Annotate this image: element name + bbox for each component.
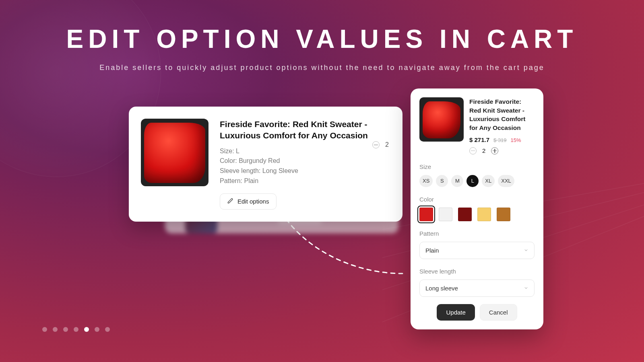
size-option-xl[interactable]: XL — [482, 175, 495, 187]
sleeve-label: Sleeve length — [419, 268, 535, 275]
attr-size-value: L — [236, 148, 239, 154]
qty-decrement-button[interactable] — [469, 147, 477, 154]
sleeve-select-value: Long sleeve — [425, 285, 458, 292]
attr-color-value: Burgundy Red — [239, 157, 280, 164]
size-label: Size — [419, 163, 535, 170]
size-option-m[interactable]: M — [451, 175, 463, 187]
carousel-dot[interactable] — [95, 327, 99, 332]
size-option-l[interactable]: L — [466, 175, 479, 187]
qty-decrement-icon[interactable] — [372, 141, 380, 148]
page-subtitle: Enable sellers to quickly adjust product… — [99, 64, 544, 72]
color-swatch[interactable] — [419, 208, 433, 221]
edit-options-label: Edit options — [237, 198, 269, 205]
size-option-xs[interactable]: XS — [419, 175, 433, 187]
pencil-icon — [227, 198, 233, 205]
update-button[interactable]: Update — [437, 304, 475, 321]
attr-size-label: Size: — [220, 148, 234, 154]
attr-sleeve-value: Long Sleeve — [262, 167, 298, 174]
page-title: EDIT OPTION VALUES IN CART — [66, 24, 578, 54]
color-swatch[interactable] — [439, 208, 452, 221]
product-title: Fireside Favorite: Red Knit Sweater - Lu… — [220, 119, 389, 142]
chevron-down-icon — [524, 285, 528, 292]
attr-pattern-value: Plain — [244, 177, 258, 184]
attr-pattern-label: Pattern: — [220, 177, 242, 184]
carousel-dot[interactable] — [74, 327, 78, 332]
cancel-button[interactable]: Cancel — [480, 304, 517, 321]
edit-options-button[interactable]: Edit options — [220, 193, 277, 210]
attr-color-label: Color: — [220, 157, 237, 164]
price-original: $ 319 — [493, 137, 507, 143]
chevron-down-icon — [524, 247, 528, 254]
price-current: $ 271.7 — [469, 136, 489, 143]
product-title: Fireside Favorite: Red Knit Sweater - Lu… — [469, 97, 535, 132]
color-swatch[interactable] — [477, 208, 491, 221]
pattern-label: Pattern — [419, 230, 535, 237]
color-label: Color — [419, 196, 535, 203]
product-attributes: Size: L Color: Burgundy Red Sleeve lengt… — [220, 146, 389, 186]
carousel-dot[interactable] — [42, 327, 47, 332]
size-option-s[interactable]: S — [436, 175, 448, 187]
color-options — [419, 208, 535, 221]
size-options: XSSMLXLXXL — [419, 175, 535, 187]
color-swatch[interactable] — [458, 208, 472, 221]
attr-sleeve-label: Sleeve length: — [220, 167, 260, 174]
carousel-dot[interactable] — [105, 327, 110, 332]
size-option-xxl[interactable]: XXL — [498, 175, 514, 187]
qty-value: 2 — [482, 147, 485, 154]
carousel-dot[interactable] — [53, 327, 58, 332]
carousel-dots — [42, 327, 110, 332]
option-editor-panel: Fireside Favorite: Red Knit Sweater - Lu… — [411, 88, 543, 329]
price-discount: 15% — [511, 137, 521, 143]
product-thumbnail — [419, 97, 464, 142]
qty-increment-button[interactable] — [491, 147, 498, 154]
carousel-dot[interactable] — [84, 327, 89, 332]
color-swatch[interactable] — [497, 208, 510, 221]
product-thumbnail — [141, 119, 208, 186]
qty-value: 2 — [385, 141, 389, 148]
carousel-dot[interactable] — [63, 327, 68, 332]
sleeve-select[interactable]: Long sleeve — [419, 280, 535, 297]
cart-item-card: Fireside Favorite: Red Knit Sweater - Lu… — [129, 107, 402, 222]
pattern-select-value: Plain — [425, 247, 439, 254]
pattern-select[interactable]: Plain — [419, 242, 535, 259]
